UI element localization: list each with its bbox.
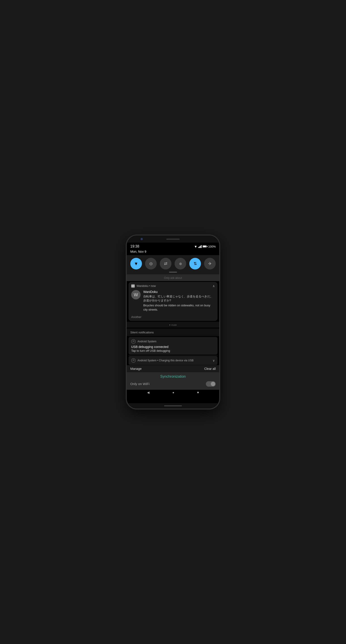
divider-line xyxy=(128,356,218,356)
dnd-quick-btn[interactable]: ⊖ xyxy=(145,258,157,270)
only-ask-label: Only ask about xyxy=(164,276,182,280)
date-row: Mon, Nov 9 xyxy=(127,249,219,255)
silent-notifications-header: Silent notifications xyxy=(127,328,219,336)
wanidoku-app-icon: WD xyxy=(131,284,135,288)
usb-debug-notification[interactable]: ⟳ Android System USB debugging connected… xyxy=(128,337,218,355)
charging-notif-text: Android System • Charging this device vi… xyxy=(137,359,194,362)
usb-notif-body: Tap to turn off USB debugging xyxy=(131,349,215,352)
quick-settings-handle[interactable] xyxy=(130,272,216,272)
wanidoku-notif-body: W WaniDoku 自転車は、忙しい車道じゃなく、歩道を走るべきだ。歩道が分か… xyxy=(128,289,218,314)
synchronization-section: Synchronization Only on WiFi xyxy=(127,372,219,390)
charging-notif-chevron-icon[interactable]: ∨ xyxy=(213,359,215,362)
usb-app-name: Android System xyxy=(137,340,156,343)
wifi-only-row: Only on WiFi xyxy=(130,380,216,388)
status-time: 19:38 xyxy=(130,244,139,248)
wanidoku-notif-text-jp: 自転車は、忙しい車道じゃなく、歩道を走るべきだ。歩道が分かりますか? xyxy=(143,294,215,302)
wifi-quick-icon: ▼ xyxy=(134,261,138,266)
dnd-quick-icon: ⊖ xyxy=(149,261,153,266)
wanidoku-app-name: Wanidoku • now xyxy=(137,284,156,288)
status-bar: 19:38 ▼ xyxy=(127,242,219,249)
charging-notification[interactable]: ⟳ Android System • Charging this device … xyxy=(128,356,218,365)
wifi-only-toggle[interactable] xyxy=(206,381,216,386)
notification-shade-top: Only ask about xyxy=(127,274,219,281)
wifi-only-label: Only on WiFi xyxy=(130,382,150,386)
wanidoku-avatar: W xyxy=(131,290,141,300)
wifi-status-icon: ▼ xyxy=(194,245,197,248)
airplane-icon: ✈ xyxy=(208,261,212,266)
sync-quick-btn[interactable]: ⇄ xyxy=(160,258,171,270)
toggle-knob xyxy=(211,382,215,386)
usb-notif-title: USB debugging connected xyxy=(131,345,215,348)
wanidoku-chevron-icon[interactable]: ∧ xyxy=(213,284,215,288)
silent-text: Silent notifications xyxy=(130,331,154,334)
battery-saver-quick-btn[interactable]: ⊕ xyxy=(175,258,186,270)
handle-bar xyxy=(169,272,177,272)
mute-label: ▾ mute xyxy=(169,324,177,326)
wanidoku-notif-header: WD Wanidoku • now ∧ xyxy=(128,282,218,289)
android-system-icon-2: ⟳ xyxy=(131,358,136,363)
wanidoku-notif-content: WaniDoku 自転車は、忙しい車道じゃなく、歩道を走るべきだ。歩道が分かりま… xyxy=(143,290,215,312)
wifi-quick-btn[interactable]: ▼ xyxy=(130,258,142,270)
clear-all-button[interactable]: Clear all xyxy=(204,367,216,370)
status-icons: ▼ 100% xyxy=(194,245,216,248)
wanidoku-notif-text-en: Bicycles should be ridden on sidewalks, … xyxy=(143,304,215,312)
bottom-bezel xyxy=(127,403,219,408)
mute-divider: ▾ mute xyxy=(127,322,219,328)
navigation-bar: ◀ ● ■ xyxy=(127,390,219,395)
quick-settings: ▼ ⊖ ⇄ ⊕ ⇅ ✈ xyxy=(127,255,219,274)
manage-button[interactable]: Manage xyxy=(130,367,142,370)
camera xyxy=(141,238,143,240)
android-system-icon-1: ⟳ xyxy=(131,339,136,344)
recents-button[interactable]: ■ xyxy=(197,391,199,394)
phone-frame: 19:38 ▼ xyxy=(126,235,220,409)
wanidoku-notification[interactable]: WD Wanidoku • now ∧ W WaniDoku 自転車は、忙しい xyxy=(128,282,218,321)
speaker xyxy=(166,238,180,240)
wanidoku-header-left: WD Wanidoku • now xyxy=(131,284,156,288)
wanidoku-notif-title: WaniDoku xyxy=(143,290,215,294)
usb-debug-header: ⟳ Android System xyxy=(131,339,215,344)
date-text: Mon, Nov 9 xyxy=(130,250,146,253)
airplane-quick-btn[interactable]: ✈ xyxy=(204,258,216,270)
bottom-bar-indicator xyxy=(164,406,182,406)
battery-text: 100% xyxy=(208,245,216,248)
quick-settings-row: ▼ ⊖ ⇄ ⊕ ⇅ ✈ xyxy=(130,258,216,270)
data-quick-icon: ⇅ xyxy=(194,261,197,266)
battery-saver-icon: ⊕ xyxy=(179,262,182,266)
screen: 19:38 ▼ xyxy=(127,242,219,403)
back-button[interactable]: ◀ xyxy=(147,391,150,394)
signal-icon xyxy=(198,245,202,248)
home-button[interactable]: ● xyxy=(172,391,174,394)
notification-bottom-bar: Manage Clear all xyxy=(127,365,219,372)
synchronization-title: Synchronization xyxy=(130,374,216,378)
data-quick-btn[interactable]: ⇅ xyxy=(189,258,201,270)
charging-notif-left: ⟳ Android System • Charging this device … xyxy=(131,358,194,363)
phone-inner: 19:38 ▼ xyxy=(127,236,219,408)
battery-icon xyxy=(203,245,207,248)
sync-quick-icon: ⇄ xyxy=(164,261,167,266)
top-bezel xyxy=(127,236,219,242)
wanidoku-action[interactable]: Another xyxy=(128,314,218,321)
